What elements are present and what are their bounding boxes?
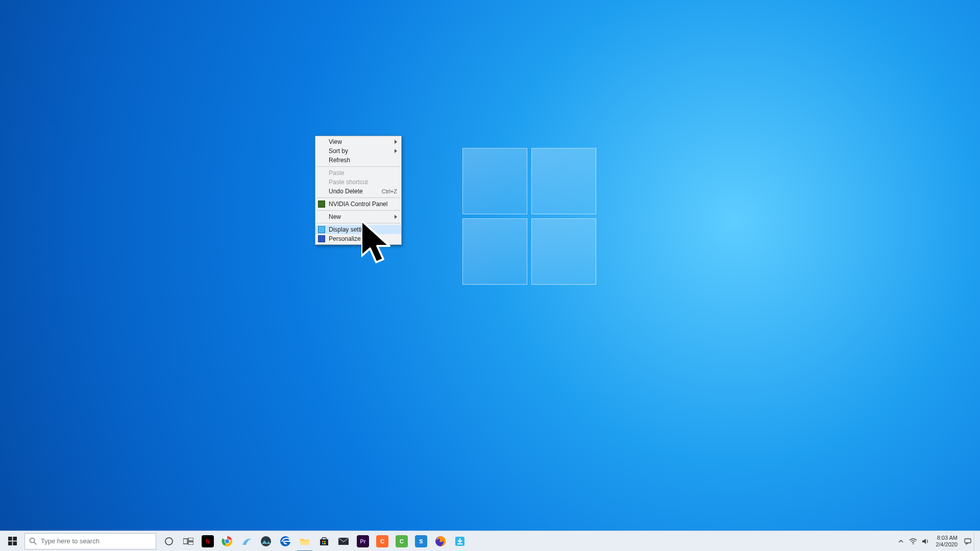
svg-rect-28 (965, 539, 971, 543)
menu-separator (316, 166, 400, 167)
menu-item-personalize[interactable]: Personalize (315, 234, 401, 243)
file-explorer-icon (299, 535, 311, 547)
menu-separator (316, 223, 400, 223)
taskbar-app-netflix[interactable]: N (198, 531, 217, 552)
microsoft-store-icon (318, 535, 330, 547)
tray-time: 8:03 AM (936, 535, 958, 541)
taskbar-app-microsoft-store[interactable] (314, 531, 334, 552)
menu-item-paste-shortcut: Paste shortcut (315, 178, 401, 187)
windows-logo-pane (462, 148, 527, 214)
menu-item-refresh[interactable]: Refresh (315, 156, 401, 165)
menu-item-label: NVIDIA Control Panel (329, 201, 397, 208)
chevron-right-icon (395, 215, 397, 219)
taskbar-app-app-orange-c[interactable]: C (373, 531, 392, 552)
taskbar-app-snagit[interactable]: S (411, 531, 431, 552)
taskbar-app-app-blue-wing[interactable] (237, 531, 256, 552)
chevron-right-icon (395, 140, 397, 144)
desktop-context-menu[interactable]: ViewSort byRefreshPastePaste shortcutUnd… (315, 136, 402, 245)
svg-rect-2 (13, 537, 17, 541)
menu-item-label: Refresh (329, 157, 397, 164)
search-icon (29, 537, 37, 545)
app-orange-c-icon: C (376, 535, 388, 547)
taskbar-app-free-download-manager[interactable] (450, 531, 470, 552)
free-download-manager-icon (454, 535, 466, 547)
wifi-icon (909, 537, 917, 545)
taskbar-app-task-view[interactable] (179, 531, 198, 552)
taskbar-app-mail[interactable] (334, 531, 353, 552)
menu-item-view[interactable]: View (315, 137, 401, 146)
menu-item-accelerator: Ctrl+Z (382, 188, 397, 194)
menu-separator (316, 210, 400, 211)
tray-action-center[interactable] (962, 531, 974, 552)
system-tray: 8:03 AM 2/4/2020 (895, 531, 980, 552)
svg-marker-27 (922, 539, 926, 544)
menu-item-label: Sort by (329, 147, 397, 155)
menu-item-label: Personalize (329, 235, 397, 242)
svg-rect-10 (188, 542, 193, 545)
svg-rect-9 (188, 538, 193, 541)
chrome-icon (221, 535, 233, 547)
tray-clock[interactable]: 8:03 AM 2/4/2020 (932, 535, 962, 548)
taskbar-apps: NPrCCS (159, 531, 470, 552)
menu-item-label: New (329, 213, 397, 220)
tray-chevron-up[interactable] (895, 531, 907, 552)
svg-rect-19 (324, 541, 326, 542)
tray-wifi[interactable] (907, 531, 919, 552)
taskbar-app-photos[interactable] (256, 531, 276, 552)
premiere-pro-icon: Pr (357, 535, 369, 547)
camtasia-icon: C (396, 535, 408, 547)
svg-rect-4 (13, 541, 17, 545)
mail-icon (337, 535, 350, 547)
taskbar-app-edge[interactable] (276, 531, 295, 552)
svg-rect-18 (322, 541, 324, 542)
snagit-icon: S (415, 535, 427, 547)
menu-item-new[interactable]: New (315, 212, 401, 221)
speaker-icon (921, 537, 929, 545)
svg-line-6 (34, 542, 37, 545)
menu-item-display-settings[interactable]: Display settings (315, 225, 401, 234)
windows-logo-pane (462, 218, 527, 285)
edge-icon (279, 535, 291, 547)
search-box[interactable]: Type here to search (24, 533, 156, 549)
tray-volume[interactable] (919, 531, 932, 552)
menu-item-nvidia-control-panel[interactable]: NVIDIA Control Panel (315, 199, 401, 209)
menu-item-undo-delete[interactable]: Undo DeleteCtrl+Z (315, 187, 401, 196)
svg-rect-1 (8, 537, 12, 541)
svg-point-12 (225, 539, 230, 543)
menu-separator (316, 197, 400, 198)
windows-logo-pane (531, 218, 596, 285)
start-button[interactable] (0, 531, 24, 552)
menu-item-paste: Paste (315, 168, 401, 178)
svg-point-5 (30, 538, 35, 543)
task-view-icon (182, 535, 194, 547)
svg-point-26 (913, 543, 914, 544)
notification-icon (964, 537, 972, 545)
taskbar-app-camtasia[interactable]: C (392, 531, 411, 552)
menu-item-label: Paste (329, 169, 397, 177)
taskbar-app-cortana[interactable] (159, 531, 179, 552)
menu-item-label: Paste shortcut (329, 179, 397, 186)
cortana-icon (163, 535, 175, 547)
svg-point-13 (261, 536, 271, 546)
taskbar-app-file-explorer[interactable] (295, 531, 314, 552)
chevron-up-icon (898, 538, 904, 544)
taskbar-app-chrome[interactable] (217, 531, 237, 552)
search-placeholder: Type here to search (41, 537, 152, 545)
taskbar-app-firefox[interactable] (431, 531, 450, 552)
menu-item-sort-by[interactable]: Sort by (315, 146, 401, 156)
app-blue-wing-icon (240, 535, 253, 547)
svg-rect-3 (8, 541, 12, 545)
netflix-icon: N (202, 535, 214, 547)
nvidia-icon (318, 201, 325, 208)
menu-item-label: View (329, 138, 397, 145)
svg-point-7 (165, 538, 173, 545)
svg-rect-21 (324, 543, 326, 544)
menu-item-label: Undo Delete (329, 188, 382, 195)
svg-rect-17 (322, 538, 326, 540)
personalize-icon (318, 235, 325, 242)
display-icon (318, 226, 325, 233)
taskbar-app-premiere-pro[interactable]: Pr (353, 531, 373, 552)
windows-logo-pane (531, 148, 596, 214)
menu-item-label: Display settings (329, 226, 397, 233)
show-desktop-button[interactable] (974, 531, 978, 552)
